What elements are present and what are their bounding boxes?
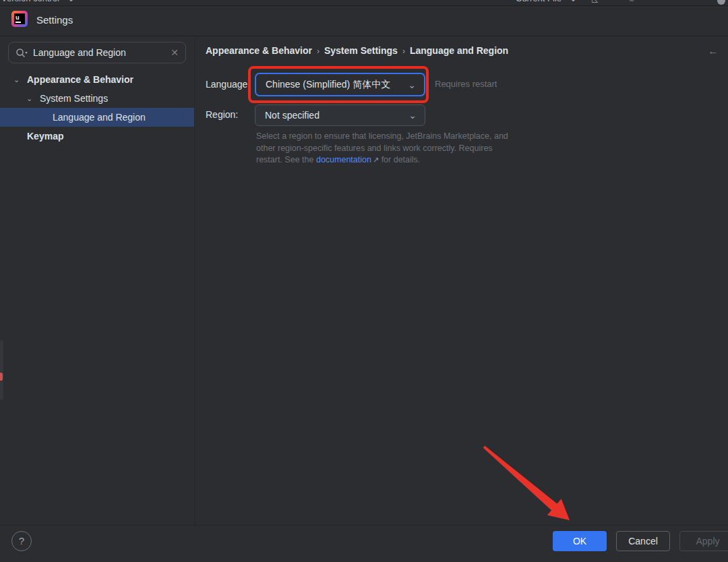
breadcrumb-language-and-region: Language and Region: [410, 45, 508, 56]
region-select[interactable]: Not specified ⌄: [255, 104, 425, 126]
run-icon[interactable]: ◺: [592, 0, 598, 3]
ide-edge-red-marker: [0, 373, 3, 381]
breadcrumb-appearance-behavior[interactable]: Appearance & Behavior: [206, 45, 312, 56]
chevron-down-icon[interactable]: ⌄: [26, 89, 32, 108]
back-arrow-icon[interactable]: ←: [708, 45, 719, 57]
documentation-link[interactable]: documentation: [316, 155, 371, 164]
requires-restart-note: Requires restart: [435, 79, 497, 89]
search-icon: [16, 48, 28, 59]
settings-window: Version control ⌄ Current File ⌄ ◺ ✩ • u…: [0, 0, 728, 562]
current-file-menu[interactable]: Current File: [516, 0, 562, 3]
ide-edge-strip: [0, 340, 3, 400]
external-link-icon: ↗: [371, 156, 379, 164]
search-clear-icon[interactable]: ✕: [171, 47, 179, 58]
settings-content: Appearance & Behavior›System Settings›La…: [195, 36, 728, 525]
version-control-menu[interactable]: Version control: [1, 0, 59, 3]
sidebar-item-language-and-region[interactable]: Language and Region: [0, 108, 194, 127]
chevron-down-icon[interactable]: ⌄: [13, 70, 20, 89]
sidebar-item-label: Appearance & Behavior: [27, 70, 133, 89]
dialog-title: Settings: [36, 14, 73, 26]
red-annotation-box: [248, 66, 429, 103]
sidebar-item-keymap[interactable]: Keymap: [0, 127, 194, 146]
settings-tree: ⌄ Appearance & Behavior ⌄ System Setting…: [0, 70, 194, 146]
region-select-value: Not specified: [265, 110, 320, 121]
search-input[interactable]: Language and Region ✕: [8, 42, 186, 63]
settings-app-icon-bar: [16, 22, 21, 23]
version-control-chevron-icon: ⌄: [67, 0, 75, 3]
ide-titlebar-strip: Version control ⌄ Current File ⌄ ◺ ✩ •: [0, 0, 728, 6]
sidebar-item-system-settings[interactable]: ⌄ System Settings: [0, 89, 194, 108]
region-help-line3-pre: restart. See the: [256, 155, 316, 164]
region-label: Region:: [206, 109, 238, 120]
user-avatar[interactable]: [717, 0, 725, 5]
more-options-icon[interactable]: •: [677, 0, 680, 3]
breadcrumb: Appearance & Behavior›System Settings›La…: [206, 45, 508, 56]
settings-sidebar: Language and Region ✕ ⌄ Appearance & Beh…: [0, 36, 194, 525]
breadcrumb-separator: ›: [398, 46, 410, 56]
region-help-line1: Select a region to ensure that licensing…: [256, 131, 508, 141]
dialog-header: u Settings: [0, 6, 728, 36]
dialog-footer: ? OK Cancel Apply: [0, 525, 728, 562]
sidebar-item-appearance-behavior[interactable]: ⌄ Appearance & Behavior: [0, 70, 194, 89]
settings-app-icon-inner: u: [14, 13, 25, 24]
apply-button: Apply: [679, 531, 728, 551]
breadcrumb-separator: ›: [312, 46, 324, 56]
chevron-down-icon: ⌄: [408, 110, 417, 121]
region-help-text: Select a region to ensure that licensing…: [256, 131, 519, 166]
sidebar-item-label: Language and Region: [53, 108, 146, 127]
sidebar-item-label: System Settings: [40, 89, 108, 108]
current-file-chevron-icon: ⌄: [570, 0, 577, 3]
settings-app-icon-glyph: u: [16, 14, 20, 21]
search-value: Language and Region: [33, 47, 126, 58]
language-label: Language: [206, 79, 247, 90]
settings-gear-icon[interactable]: ✩: [628, 0, 635, 3]
settings-app-icon: u: [11, 11, 28, 27]
help-icon[interactable]: ?: [11, 531, 32, 551]
sidebar-item-label: Keymap: [27, 127, 63, 146]
breadcrumb-system-settings[interactable]: System Settings: [324, 45, 398, 56]
region-help-line3-post: for details.: [379, 155, 420, 164]
cancel-button[interactable]: Cancel: [616, 531, 670, 551]
region-help-line2: other region-specific features and links…: [256, 144, 493, 153]
ok-button[interactable]: OK: [553, 531, 607, 551]
